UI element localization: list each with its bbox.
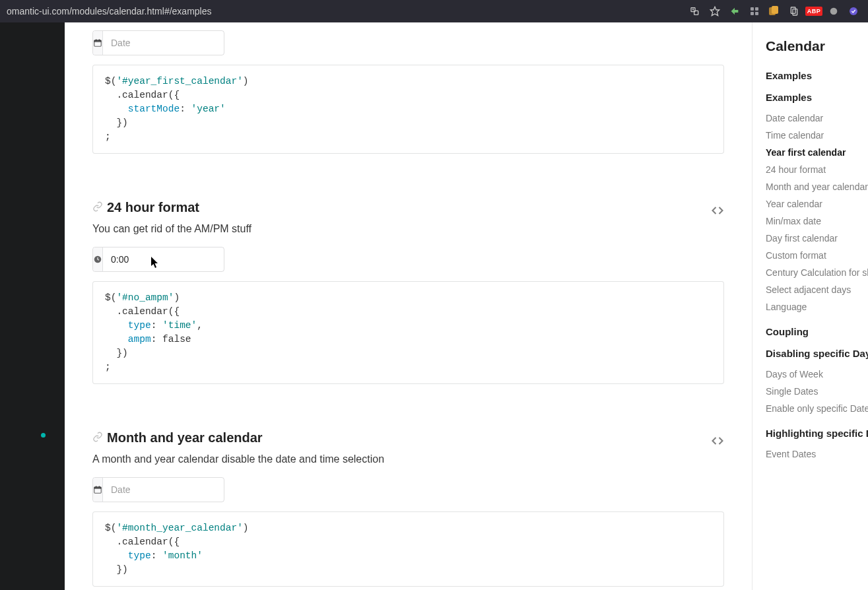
date-field[interactable] [103,31,234,55]
time-field[interactable] [103,247,234,271]
code-block-24hour[interactable]: $('#no_ampm') .calendar({ type: 'time', … [92,281,724,384]
date-input-month-year[interactable] [92,477,224,502]
section-description: You can get rid of the AM/PM stuff [92,223,724,235]
heading-text: 24 hour format [107,200,199,215]
section-24-hour: 24 hour format You can get rid of the AM… [92,200,724,384]
browser-chrome-bar: omantic-ui.com/modules/calendar.html#/ex… [0,0,868,22]
extension-icon-3[interactable] [848,6,859,16]
adblock-icon[interactable]: ABP [809,6,819,16]
svg-rect-13 [94,487,102,489]
svg-rect-3 [791,7,795,13]
svg-rect-8 [94,40,102,42]
time-input-24hour[interactable] [92,247,224,272]
evernote-icon[interactable] [828,6,839,16]
date-input-year-first[interactable] [92,30,224,55]
link-icon[interactable] [92,430,103,445]
extension-icon-2[interactable] [769,6,780,16]
calendar-icon [93,478,103,502]
link-icon[interactable] [92,200,103,215]
rail-title: Calendar [766,38,868,54]
code-block-year-first[interactable]: $('#year_first_calendar') .calendar({ st… [92,65,724,154]
rail-link[interactable]: 24 hour format [766,161,868,178]
rail-link[interactable]: Day first calendar [766,230,868,247]
code-toggle-icon[interactable] [711,434,724,449]
right-toc-rail: Calendar ExamplesExamplesDate calendarTi… [752,22,868,590]
section-description: A month and year calendar disable the da… [92,453,724,465]
bookmark-star-icon[interactable] [710,6,720,16]
rail-group-header[interactable]: Examples [766,92,868,103]
rail-link[interactable]: Single Dates [766,383,868,400]
clock-icon [93,247,103,271]
rail-link[interactable]: Enable only specific Dates [766,400,868,417]
rail-link[interactable]: Select adjacent days [766,281,868,298]
rail-groups: ExamplesExamplesDate calendarTime calend… [766,70,868,463]
left-sidebar [0,22,65,590]
section-year-first: $('#year_first_calendar') .calendar({ st… [92,30,724,154]
url-text: omantic-ui.com/modules/calendar.html#/ex… [7,6,211,16]
rail-link[interactable]: Min/max date [766,213,868,230]
svg-point-6 [850,7,857,15]
svg-point-5 [830,8,838,15]
translate-icon[interactable] [690,6,700,16]
rail-link[interactable]: Language [766,298,868,315]
clipboard-icon[interactable] [789,6,799,16]
rail-link[interactable]: Date calendar [766,110,868,127]
section-heading-month-year: Month and year calendar [92,430,263,445]
heading-text: Month and year calendar [107,430,263,445]
calendar-icon [93,31,103,55]
rail-link[interactable]: Event Dates [766,445,868,463]
rail-group-header[interactable]: Disabling specific Days [766,348,868,359]
url-area[interactable]: omantic-ui.com/modules/calendar.html#/ex… [5,6,211,16]
section-month-year: Month and year calendar A month and year… [92,430,724,587]
rail-link[interactable]: Days of Week [766,366,868,383]
rail-link[interactable]: Year calendar [766,195,868,213]
rail-group-header[interactable]: Coupling [766,326,868,337]
svg-marker-2 [710,7,719,15]
browser-extension-icons: ABP [690,6,863,16]
rail-link[interactable]: Century Calculation for shorthand years [766,264,868,281]
date-field[interactable] [103,478,234,502]
rail-link[interactable]: Time calendar [766,127,868,144]
rail-group-header[interactable]: Examples [766,70,868,81]
sidebar-indicator-dot [41,433,46,438]
main-content[interactable]: $('#year_first_calendar') .calendar({ st… [65,22,752,590]
code-block-month-year[interactable]: $('#month_year_calendar') .calendar({ ty… [92,511,724,587]
rail-link[interactable]: Month and year calendar [766,178,868,195]
rail-group-header[interactable]: Highlighting specific Dates [766,428,868,439]
code-toggle-icon[interactable] [711,204,724,219]
section-heading-24hour: 24 hour format [92,200,199,215]
svg-rect-4 [793,9,797,15]
extension-icon-1[interactable] [729,6,740,16]
rail-link[interactable]: Year first calendar [766,144,868,161]
dropbox-icon[interactable] [749,6,760,16]
rail-link[interactable]: Custom format [766,247,868,264]
